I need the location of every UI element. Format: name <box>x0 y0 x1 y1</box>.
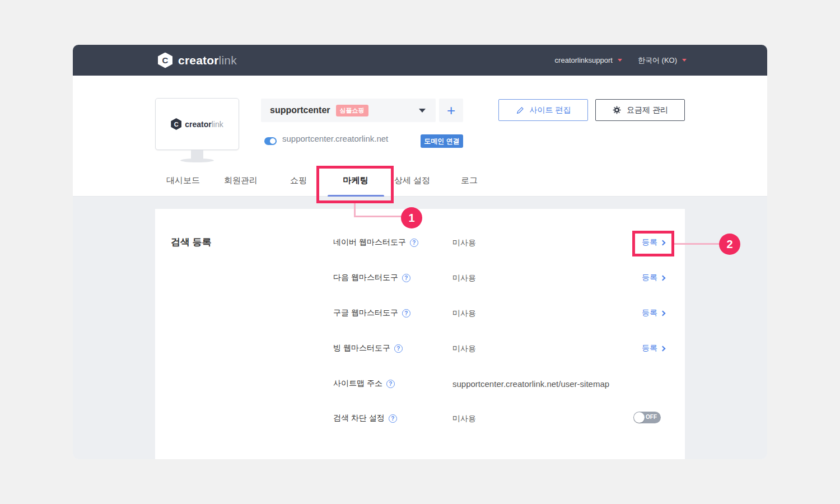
gear-icon <box>612 105 622 115</box>
site-preview-monitor: C creatorlink <box>155 98 239 164</box>
app-window: C creatorlink creatorlinksupport 한국어 (KO… <box>73 45 767 459</box>
row-search-block: 검색 차단 설정? 미사용 OFF <box>155 413 685 425</box>
tab-settings[interactable]: 상세 설정 <box>394 165 430 196</box>
top-bar: C creatorlink creatorlinksupport 한국어 (KO… <box>73 45 767 76</box>
row-label: 네이버 웹마스터도구 <box>333 237 406 248</box>
tab-bar: 대시보드 회원관리 쇼핑 마케팅 상세 설정 로그 <box>73 165 767 197</box>
plan-manage-label: 요금제 관리 <box>627 105 668 115</box>
row-status: 미사용 <box>452 309 476 319</box>
monitor-base <box>180 158 214 162</box>
search-block-toggle-off[interactable]: OFF <box>633 412 661 423</box>
monitor-stand <box>191 150 203 159</box>
tab-marketing[interactable]: 마케팅 <box>343 165 368 196</box>
tab-members[interactable]: 회원관리 <box>224 165 258 196</box>
toggle-knob <box>270 138 276 144</box>
row-google-webmaster: 구글 웹마스터도구? 미사용 등록 <box>155 307 685 320</box>
row-naver-webmaster: 네이버 웹마스터도구? 미사용 등록 <box>155 237 685 249</box>
row-status: 미사용 <box>452 238 476 248</box>
caret-down-icon <box>618 59 622 62</box>
help-icon[interactable]: ? <box>402 309 410 318</box>
account-name: creatorlinksupport <box>555 56 613 64</box>
tab-dashboard[interactable]: 대시보드 <box>166 165 200 196</box>
monitor-screen: C creatorlink <box>155 98 239 150</box>
register-link[interactable]: 등록 <box>642 273 665 283</box>
tab-logs[interactable]: 로그 <box>461 165 478 196</box>
row-bing-webmaster: 빙 웹마스터도구? 미사용 등록 <box>155 343 685 355</box>
row-label: 검색 차단 설정 <box>333 413 385 423</box>
add-site-button[interactable]: + <box>439 99 463 122</box>
row-label: 빙 웹마스터도구 <box>333 343 390 353</box>
caret-down-icon <box>682 59 687 62</box>
language-menu[interactable]: 한국어 (KO) <box>638 55 687 66</box>
search-registration-card: 검색 등록 네이버 웹마스터도구? 미사용 등록 다음 웹마스터도구? 미사용 … <box>155 209 685 459</box>
tab-shopping[interactable]: 쇼핑 <box>290 165 307 196</box>
chevron-right-icon <box>660 276 666 281</box>
content-area: 검색 등록 네이버 웹마스터도구? 미사용 등록 다음 웹마스터도구? 미사용 … <box>73 197 767 459</box>
monitor-logo-wordmark: creatorlink <box>185 120 223 129</box>
site-panel: C creatorlink supportcenter 심플쇼핑 + 사이트 편… <box>73 76 767 165</box>
row-status: 미사용 <box>452 273 476 283</box>
logo-wordmark: creatorlink <box>178 54 237 67</box>
register-link[interactable]: 등록 <box>642 308 665 318</box>
help-icon[interactable]: ? <box>394 344 403 353</box>
hexagon-logo-icon: C <box>158 53 172 68</box>
help-icon[interactable]: ? <box>386 380 395 388</box>
site-edit-button[interactable]: 사이트 편집 <box>498 99 588 121</box>
row-sitemap-url: 사이트맵 주소? supportcenter.creatorlink.net/u… <box>155 378 685 390</box>
site-publish-toggle-on[interactable] <box>264 137 277 145</box>
register-link[interactable]: 등록 <box>642 237 665 248</box>
register-link[interactable]: 등록 <box>642 343 665 353</box>
pencil-icon <box>516 106 525 115</box>
caret-down-icon <box>419 109 426 113</box>
help-icon[interactable]: ? <box>410 239 418 247</box>
plan-badge: 심플쇼핑 <box>336 105 368 116</box>
creatorlink-logo[interactable]: C creatorlink <box>158 45 237 76</box>
row-status: 미사용 <box>452 344 476 354</box>
help-icon[interactable]: ? <box>402 274 410 282</box>
chevron-right-icon <box>660 240 666 246</box>
row-label: 사이트맵 주소 <box>333 379 382 389</box>
language-label: 한국어 (KO) <box>638 55 677 66</box>
toggle-off-label: OFF <box>646 414 657 420</box>
toggle-knob <box>634 412 645 423</box>
site-url: supportcenter.creatorlink.net <box>282 134 388 143</box>
chevron-right-icon <box>660 311 666 316</box>
domain-connect-button[interactable]: 도메인 연결 <box>421 134 463 148</box>
help-icon[interactable]: ? <box>389 414 397 423</box>
site-name: supportcenter <box>270 105 330 115</box>
hexagon-logo-icon: C <box>171 118 181 130</box>
row-label: 다음 웹마스터도구 <box>333 273 398 283</box>
row-label: 구글 웹마스터도구 <box>333 308 398 318</box>
account-menu[interactable]: creatorlinksupport <box>555 56 622 64</box>
row-daum-webmaster: 다음 웹마스터도구? 미사용 등록 <box>155 272 685 284</box>
plan-manage-button[interactable]: 요금제 관리 <box>595 99 685 121</box>
header-right: creatorlinksupport 한국어 (KO) <box>555 45 687 76</box>
chevron-right-icon <box>660 346 666 352</box>
row-status: 미사용 <box>452 414 476 424</box>
site-selector-dropdown[interactable]: supportcenter 심플쇼핑 <box>261 99 436 122</box>
sitemap-url-value: supportcenter.creatorlink.net/user-sitem… <box>452 379 609 389</box>
site-edit-label: 사이트 편집 <box>530 105 571 115</box>
